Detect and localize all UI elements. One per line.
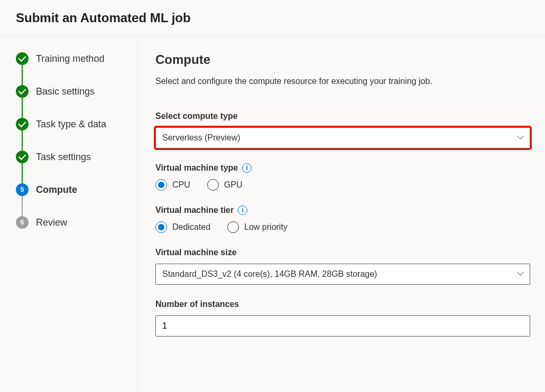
section-description: Select and configure the compute resourc… [155, 77, 530, 86]
step-training-method[interactable]: Training method [16, 52, 127, 85]
section-heading: Compute [155, 52, 530, 67]
checkmark-icon [16, 118, 29, 130]
vm-type-cpu-radio[interactable]: CPU [155, 179, 190, 191]
radio-label: Dedicated [172, 222, 210, 232]
step-basic-settings[interactable]: Basic settings [16, 85, 127, 118]
vm-type-field: Virtual machine type i CPU GPU [155, 163, 530, 191]
checkmark-icon [16, 151, 29, 163]
checkmark-icon [16, 52, 29, 65]
vm-size-label: Virtual machine size [155, 248, 530, 257]
step-label: Task settings [36, 152, 91, 163]
step-compute[interactable]: 5 Compute [16, 183, 127, 216]
instances-input[interactable] [155, 315, 530, 337]
compute-type-field: Select compute type Serverless (Preview) [155, 111, 530, 148]
compute-type-label: Select compute type [155, 111, 530, 121]
vm-tier-field: Virtual machine tier i Dedicated Low pri… [155, 206, 530, 233]
step-label: Training method [36, 53, 104, 64]
vm-type-label: Virtual machine type i [155, 163, 530, 173]
instances-label: Number of instances [155, 300, 530, 309]
radio-label: Low priority [244, 222, 288, 232]
step-label: Review [36, 217, 67, 228]
radio-label: GPU [224, 180, 243, 190]
page-header: Submit an Automated ML job [0, 0, 545, 36]
step-number-icon: 6 [16, 216, 29, 229]
step-task-settings[interactable]: Task settings [16, 151, 127, 183]
page-title: Submit an Automated ML job [16, 11, 529, 25]
step-review[interactable]: 6 Review [16, 216, 127, 229]
step-label: Compute [36, 184, 77, 195]
vm-tier-label: Virtual machine tier i [155, 206, 530, 215]
wizard-steps-sidebar: Training method Basic settings Task type… [0, 36, 138, 392]
vm-type-gpu-radio[interactable]: GPU [207, 179, 243, 191]
vm-tier-low-priority-radio[interactable]: Low priority [227, 221, 288, 233]
radio-icon [155, 221, 167, 233]
checkmark-icon [16, 85, 29, 98]
compute-type-dropdown[interactable]: Serverless (Preview) [155, 127, 530, 148]
vm-tier-dedicated-radio[interactable]: Dedicated [155, 221, 210, 233]
info-icon[interactable]: i [238, 206, 247, 215]
chevron-down-icon [517, 135, 523, 141]
radio-icon [207, 179, 219, 191]
main-panel: Compute Select and configure the compute… [138, 36, 545, 392]
instances-field: Number of instances [155, 300, 530, 337]
vm-size-dropdown[interactable]: Standard_DS3_v2 (4 core(s), 14GB RAM, 28… [155, 264, 530, 285]
info-icon[interactable]: i [242, 163, 252, 173]
radio-icon [227, 221, 239, 233]
step-task-type-data[interactable]: Task type & data [16, 118, 127, 151]
step-number-icon: 5 [16, 183, 29, 196]
dropdown-value: Standard_DS3_v2 (4 core(s), 14GB RAM, 28… [162, 269, 377, 279]
dropdown-value: Serverless (Preview) [162, 133, 241, 143]
step-label: Basic settings [36, 86, 95, 97]
step-label: Task type & data [36, 119, 106, 130]
vm-size-field: Virtual machine size Standard_DS3_v2 (4 … [155, 248, 530, 285]
chevron-down-icon [517, 271, 523, 277]
radio-icon [155, 179, 167, 191]
radio-label: CPU [172, 180, 190, 190]
